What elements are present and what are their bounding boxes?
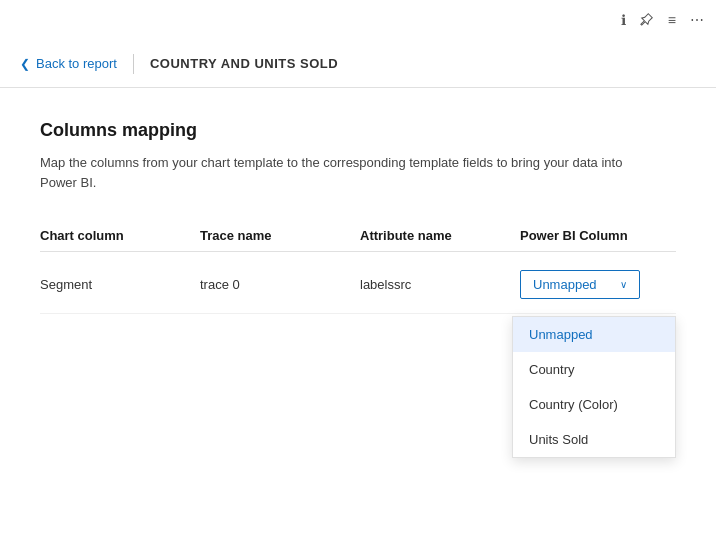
page-title: COUNTRY AND UNITS SOLD: [150, 56, 338, 71]
cell-power-bi-column: Unmapped ∨: [520, 270, 676, 299]
nav-bar: ❮ Back to report COUNTRY AND UNITS SOLD: [0, 40, 716, 88]
back-chevron-icon: ❮: [20, 57, 30, 71]
dropdown-option-country[interactable]: Country: [513, 352, 675, 387]
dropdown-selected-value: Unmapped: [533, 277, 597, 292]
col-header-chart-column: Chart column: [40, 228, 200, 243]
section-description: Map the columns from your chart template…: [40, 153, 660, 192]
main-content: Columns mapping Map the columns from you…: [0, 88, 716, 346]
col-header-attribute-name: Attribute name: [360, 228, 520, 243]
col-header-trace-name: Trace name: [200, 228, 360, 243]
filter-icon[interactable]: ≡: [668, 12, 676, 28]
dropdown-option-units-sold[interactable]: Units Sold: [513, 422, 675, 457]
pin-icon[interactable]: [640, 12, 654, 29]
more-options-icon[interactable]: ⋯: [690, 12, 704, 28]
toolbar-icons: ℹ ≡ ⋯: [621, 12, 704, 29]
power-bi-column-dropdown[interactable]: Unmapped ∨: [520, 270, 640, 299]
nav-divider: [133, 54, 134, 74]
col-header-power-bi-column: Power BI Column: [520, 228, 676, 243]
table-header: Chart column Trace name Attribute name P…: [40, 220, 676, 252]
back-to-report-link[interactable]: ❮ Back to report: [20, 56, 117, 71]
cell-attribute-name: labelssrc: [360, 277, 520, 292]
back-to-report-label: Back to report: [36, 56, 117, 71]
dropdown-chevron-icon: ∨: [620, 279, 627, 290]
table-row: Segment trace 0 labelssrc Unmapped ∨: [40, 256, 676, 314]
cell-chart-column: Segment: [40, 277, 200, 292]
dropdown-option-unmapped[interactable]: Unmapped: [513, 317, 675, 352]
dropdown-option-country-color[interactable]: Country (Color): [513, 387, 675, 422]
section-title: Columns mapping: [40, 120, 676, 141]
info-icon[interactable]: ℹ: [621, 12, 626, 28]
cell-trace-name: trace 0: [200, 277, 360, 292]
toolbar: ℹ ≡ ⋯: [0, 0, 716, 40]
dropdown-menu: Unmapped Country Country (Color) Units S…: [512, 316, 676, 458]
